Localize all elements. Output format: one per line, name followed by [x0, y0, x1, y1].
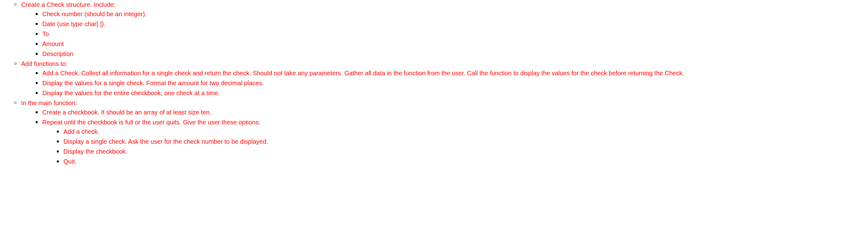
- list-item: Add functions to: Add a Check. Collect a…: [12, 59, 868, 98]
- list-item: Display the checkbook.: [55, 147, 868, 156]
- list-item-text: Add a Check. Collect all information for…: [42, 70, 684, 77]
- list-item: Add a check.: [55, 127, 868, 136]
- list-item-text: Display the checkbook.: [63, 148, 127, 155]
- list-item: Description: [34, 49, 868, 58]
- list-item: Add a Check. Collect all information for…: [34, 68, 868, 78]
- list-item: Display the values for a single check. F…: [34, 78, 868, 88]
- list-item-text: Display the values for a single check. F…: [42, 80, 264, 86]
- list-item-text: Repeat until the checkbook is full or th…: [42, 119, 260, 126]
- sub-list: Check number (should be an integer). Dat…: [21, 9, 868, 58]
- list-item: Create a checkbook. It should be an arra…: [34, 108, 868, 117]
- list-item-text: Create a Check structure. Include:: [21, 1, 115, 8]
- list-item: Check number (should be an integer).: [34, 9, 868, 19]
- list-item-text: Amount: [42, 40, 64, 47]
- list-item-text: Date (use type char[ ]).: [42, 21, 105, 27]
- list-item-text: Add a check.: [63, 128, 99, 135]
- list-item-text: Display a single check. Ask the user for…: [63, 138, 268, 145]
- list-item: To: [34, 29, 868, 38]
- list-item-text: Check number (should be an integer).: [42, 10, 147, 18]
- list-item-text: In the main function:: [21, 99, 77, 107]
- sub-list: Add a check. Display a single check. Ask…: [42, 127, 868, 166]
- list-item: Display a single check. Ask the user for…: [55, 137, 868, 146]
- list-item-text: Create a checkbook. It should be an arra…: [42, 109, 211, 116]
- list-item: Display the values for the entire checkb…: [34, 88, 868, 98]
- list-item-text: To: [42, 30, 49, 37]
- list-item-text: Add functions to:: [21, 60, 67, 67]
- list-item-text: Quit.: [63, 158, 76, 165]
- list-item: In the main function: Create a checkbook…: [12, 98, 868, 166]
- list-item-text: Display the values for the entire checkb…: [42, 90, 220, 96]
- list-item: Date (use type char[ ]).: [34, 19, 868, 29]
- list-item-text: Description: [42, 50, 73, 57]
- list-item: Repeat until the checkbook is full or th…: [34, 118, 868, 166]
- list-item: Amount: [34, 39, 868, 49]
- list-item: Quit.: [55, 157, 868, 166]
- sub-list: Add a Check. Collect all information for…: [21, 68, 868, 98]
- sub-list: Create a checkbook. It should be an arra…: [21, 108, 868, 166]
- list-item: Create a Check structure. Include: Check…: [12, 0, 868, 58]
- outline-list: Create a Check structure. Include: Check…: [0, 0, 868, 166]
